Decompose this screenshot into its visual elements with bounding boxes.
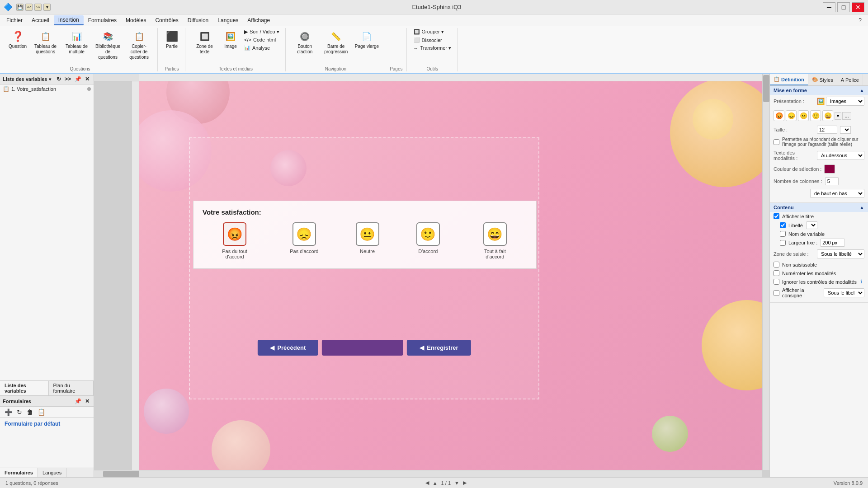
variable-item[interactable]: 📋 1. Votre_satisfaction	[0, 84, 94, 94]
emoji-prev-btn[interactable]: ▾	[835, 112, 841, 120]
likert-item-3[interactable]: 😐 Neutre	[356, 222, 379, 259]
agrandir-checkbox[interactable]	[774, 139, 779, 145]
colonnes-input[interactable]	[825, 177, 839, 185]
menu-fichier[interactable]: Fichier	[2, 16, 27, 25]
vertical-scrollbar[interactable]	[762, 74, 769, 470]
maximize-button[interactable]: □	[837, 2, 850, 12]
emoji-opt-laugh[interactable]: 😄	[822, 110, 833, 121]
likert-item-5[interactable]: 😄 Tout à fait d'accord	[477, 222, 513, 259]
var-pin-icon[interactable]: 📌	[73, 75, 83, 83]
forms-close-icon[interactable]: ✕	[84, 398, 91, 405]
emoji-opt-happy[interactable]: 🙂	[810, 110, 821, 121]
quick-undo-btn[interactable]: ↩	[25, 4, 33, 11]
emoji-opt-angry[interactable]: 😡	[774, 110, 784, 121]
ribbon-btn-question[interactable]: ❓ Question	[6, 28, 29, 51]
emoji-opt-sad[interactable]: 😞	[786, 110, 797, 121]
order-select[interactable]: de haut en bas	[810, 189, 864, 198]
tab-definition[interactable]: 📋 Définition	[770, 74, 808, 85]
nav-down-icon[interactable]: ▼	[454, 480, 459, 486]
quick-redo-btn[interactable]: ↪	[34, 4, 42, 11]
taille-input[interactable]	[817, 126, 837, 134]
tab-langues[interactable]: Langues	[38, 468, 66, 477]
var-refresh-icon[interactable]: ↻	[55, 75, 62, 83]
ribbon-btn-zone-texte[interactable]: 🔲 Zone de texte	[190, 28, 219, 56]
afficher-titre-checkbox[interactable]	[774, 213, 779, 219]
styles-tab-label: Styles	[820, 77, 833, 83]
presentation-select[interactable]: Images	[826, 97, 864, 106]
var-expand-icon[interactable]: >>	[63, 75, 72, 83]
taille-unit-select[interactable]	[840, 126, 851, 134]
nom-variable-checkbox[interactable]	[780, 231, 786, 237]
tab-plan-formulaire[interactable]: Plan du formulaire	[49, 381, 94, 395]
largeur-fixe-checkbox[interactable]	[780, 240, 786, 246]
ribbon-btn-dissocier[interactable]: ⬜ Dissocier	[411, 36, 454, 44]
horizontal-scrollbar[interactable]	[94, 470, 762, 477]
nav-up-icon[interactable]: ▲	[433, 480, 438, 486]
likert-item-4[interactable]: 🙂 D'accord	[416, 222, 440, 259]
mise-en-forme-header[interactable]: Mise en forme ▲	[770, 86, 868, 95]
nav-next-icon[interactable]: ▶	[463, 480, 467, 486]
var-close-icon[interactable]: ✕	[84, 75, 91, 83]
menu-accueil[interactable]: Accueil	[27, 16, 54, 25]
variables-panel-header: Liste des variables ▾ ↻ >> 📌 ✕	[0, 74, 94, 84]
ribbon-btn-tableau-multiple[interactable]: 📊 Tableau de multiple	[62, 28, 91, 56]
save-button[interactable]: ◀ Enregistrer	[407, 340, 471, 356]
ribbon-btn-barre-progression[interactable]: 📏 Barre de progression	[321, 28, 351, 56]
ribbon-btn-transformer[interactable]: ↔ Transformer ▾	[411, 44, 454, 52]
libelle-checkbox[interactable]	[780, 222, 786, 228]
menu-formulaires[interactable]: Formulaires	[84, 16, 121, 25]
minimize-button[interactable]: ─	[823, 2, 835, 12]
forms-add-btn[interactable]: ➕	[3, 408, 14, 416]
ribbon-btn-partie[interactable]: ⬛ Partie	[162, 28, 181, 51]
ribbon-btn-analyse[interactable]: 📊 Analyse	[242, 44, 282, 52]
ignorer-checkbox[interactable]	[774, 279, 779, 285]
zone-saisie-select[interactable]: Sous le libellé	[817, 249, 864, 258]
menu-help[interactable]: ?	[854, 16, 866, 25]
libelle-select[interactable]	[807, 221, 817, 229]
numeroter-checkbox[interactable]	[774, 270, 779, 276]
non-saisissable-checkbox[interactable]	[774, 262, 779, 267]
ribbon-btn-code-html[interactable]: </> Code html	[242, 36, 282, 43]
tab-police[interactable]: A Police	[837, 74, 863, 85]
prev-button[interactable]: ◀ Précédent	[257, 340, 318, 356]
menu-modeles[interactable]: Modèles	[121, 16, 151, 25]
forms-default-item[interactable]: Formulaire par défaut	[0, 418, 94, 430]
quick-save-btn[interactable]: 💾	[16, 4, 24, 11]
ribbon-btn-son-video[interactable]: ▶ Son / Vidéo ▾	[242, 28, 282, 36]
menu-affichage[interactable]: Affichage	[243, 16, 274, 25]
tab-formulaires[interactable]: Formulaires	[0, 468, 38, 477]
nav-prev-icon[interactable]: ◀	[425, 480, 429, 486]
ribbon-btn-bouton-action[interactable]: 🔘 Bouton d'action	[290, 28, 320, 56]
close-button[interactable]: ✕	[852, 2, 864, 12]
couleur-swatch[interactable]	[824, 164, 835, 174]
ribbon-btn-bibliotheque[interactable]: 📚 Bibliothèque de questions	[93, 28, 123, 61]
contenu-header[interactable]: Contenu ▲	[770, 203, 868, 212]
ribbon-btn-grouper[interactable]: 🔲 Grouper ▾	[411, 28, 454, 36]
menu-langues[interactable]: Langues	[213, 16, 243, 25]
forms-pin-icon[interactable]: 📌	[73, 398, 83, 405]
forms-delete-btn[interactable]: 🗑	[25, 408, 35, 416]
menu-controles[interactable]: Contrôles	[151, 16, 183, 25]
afficher-consigne-checkbox[interactable]	[774, 290, 779, 296]
afficher-consigne-select[interactable]: Sous le libellé	[824, 288, 864, 297]
survey-frame[interactable]: Votre satisfaction: 😡 Pas du tout d'acco…	[189, 137, 539, 399]
likert-item-2[interactable]: 😞 Pas d'accord	[290, 222, 318, 259]
forms-copy-btn[interactable]: 📋	[36, 408, 47, 416]
largeur-input[interactable]	[820, 239, 845, 247]
menu-insertion[interactable]: Insertion	[54, 15, 84, 25]
mid-button[interactable]	[322, 340, 403, 356]
ignorer-info-icon[interactable]: ℹ	[860, 279, 862, 285]
forms-refresh-btn[interactable]: ↻	[15, 408, 24, 416]
likert-item-1[interactable]: 😡 Pas du tout d'accord	[217, 222, 253, 259]
ribbon-btn-page-vierge[interactable]: 📄 Page vierge	[353, 28, 381, 51]
ribbon-btn-image[interactable]: 🖼️ Image	[221, 28, 240, 51]
menu-diffusion[interactable]: Diffusion	[183, 16, 213, 25]
emoji-opt-neutral[interactable]: 😐	[798, 110, 809, 121]
quick-menu-btn[interactable]: ▾	[43, 4, 51, 11]
emoji-more-btn[interactable]: …	[842, 112, 851, 120]
ribbon-btn-tableau-questions[interactable]: 📋 Tableau de questions	[31, 28, 60, 56]
texte-modalites-select[interactable]: Au-dessous	[817, 151, 864, 160]
tab-styles[interactable]: 🎨 Styles	[808, 74, 837, 85]
tab-liste-variables[interactable]: Liste des variables	[0, 381, 49, 395]
ribbon-btn-copier[interactable]: 📋 Copier-coller de questions	[124, 28, 154, 61]
